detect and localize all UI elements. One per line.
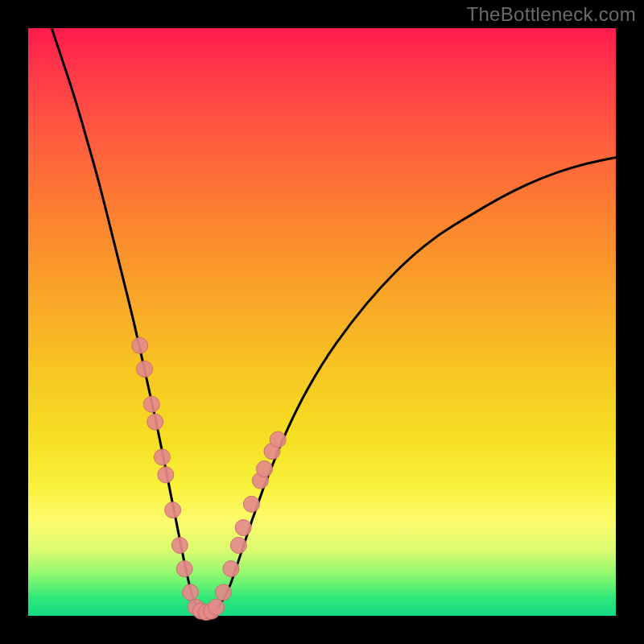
data-marker: [182, 584, 198, 601]
data-marker: [215, 584, 231, 601]
data-marker: [165, 502, 181, 518]
data-marker: [137, 361, 153, 377]
data-marker: [223, 561, 239, 577]
data-marker: [235, 520, 251, 536]
data-marker: [208, 599, 225, 615]
chart-frame: TheBottleneck.com: [0, 0, 644, 644]
data-marker: [176, 561, 192, 577]
data-marker: [158, 467, 174, 483]
curve-layer: [52, 28, 616, 613]
chart-svg: [0, 0, 644, 644]
data-marker: [230, 537, 246, 553]
data-marker: [147, 414, 163, 430]
marker-layer: [132, 337, 287, 620]
data-marker: [270, 431, 286, 448]
data-marker: [243, 496, 259, 512]
bottleneck-curve: [52, 28, 616, 613]
data-marker: [143, 396, 159, 412]
data-marker: [154, 449, 170, 465]
data-marker: [256, 461, 272, 477]
data-marker: [171, 537, 188, 553]
data-marker: [132, 337, 148, 353]
